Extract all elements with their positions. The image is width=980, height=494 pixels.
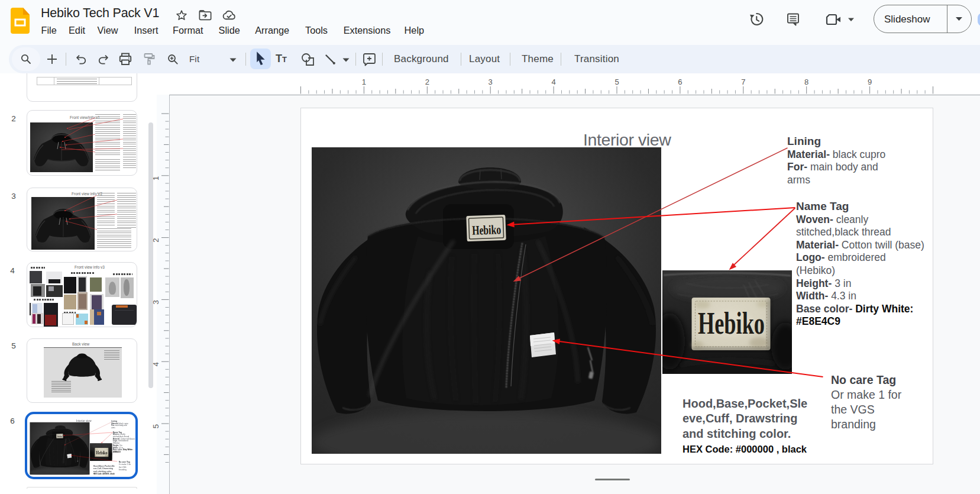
svg-text:3: 3 <box>489 78 493 86</box>
svg-text:6: 6 <box>678 78 682 86</box>
svg-text:3: 3 <box>151 300 160 304</box>
svg-text:2: 2 <box>425 78 429 86</box>
svg-text:4: 4 <box>151 362 160 366</box>
svg-text:9: 9 <box>868 78 872 86</box>
svg-text:1: 1 <box>151 176 160 180</box>
svg-text:2: 2 <box>151 238 160 242</box>
svg-text:8: 8 <box>804 78 808 86</box>
svg-text:4: 4 <box>551 78 555 86</box>
svg-text:7: 7 <box>741 78 745 86</box>
svg-text:5: 5 <box>151 424 160 428</box>
svg-text:1: 1 <box>362 78 366 86</box>
svg-text:5: 5 <box>614 78 619 86</box>
